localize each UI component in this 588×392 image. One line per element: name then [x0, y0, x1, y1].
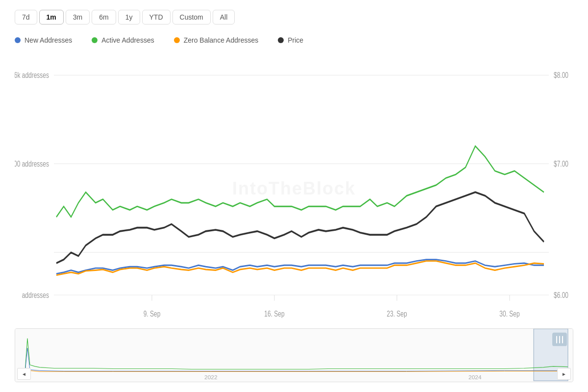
btn-3m[interactable]: 3m	[66, 10, 90, 24]
legend-active-addresses[interactable]: Active Addresses	[92, 36, 154, 44]
y-left-top: 1.6k addresses	[15, 70, 49, 80]
x-label-sep23: 23. Sep	[387, 308, 407, 318]
scroll-nav: ◄ ►	[17, 368, 571, 380]
btn-1y[interactable]: 1y	[118, 10, 140, 24]
legend-price[interactable]: Price	[278, 36, 303, 44]
zero-balance-line	[56, 261, 544, 275]
legend-dot-new	[15, 37, 21, 43]
chart-svg: 1.6k addresses 800 addresses addresses $…	[15, 54, 573, 323]
chart-legend: New Addresses Active Addresses Zero Bala…	[15, 36, 573, 44]
x-label-sep16: 16. Sep	[264, 308, 284, 318]
btn-ytd[interactable]: YTD	[142, 10, 171, 24]
btn-custom[interactable]: Custom	[172, 10, 211, 24]
btn-7d[interactable]: 7d	[15, 10, 37, 24]
legend-new-addresses[interactable]: New Addresses	[15, 36, 72, 44]
new-addresses-line	[56, 260, 544, 274]
legend-label-zero: Zero Balance Addresses	[184, 36, 259, 44]
x-label-sep9: 9. Sep	[144, 308, 161, 318]
chart-wrapper: IntoTheBlock 1.6k addresses 800 addresse…	[15, 54, 573, 382]
legend-label-price: Price	[288, 36, 303, 44]
legend-zero-balance[interactable]: Zero Balance Addresses	[174, 36, 259, 44]
active-addresses-line	[56, 146, 544, 217]
time-range-bar: 7d 1m 3m 6m 1y YTD Custom All	[15, 10, 573, 24]
btn-1m[interactable]: 1m	[39, 10, 64, 24]
btn-6m[interactable]: 6m	[92, 10, 116, 24]
legend-label-new: New Addresses	[24, 36, 72, 44]
y-right-mid: $7.00	[554, 159, 568, 169]
legend-dot-active	[92, 37, 98, 43]
legend-label-active: Active Addresses	[101, 36, 154, 44]
legend-dot-price	[278, 37, 284, 43]
y-right-bottom: $6.00	[554, 290, 568, 300]
legend-dot-zero	[174, 37, 180, 43]
btn-all[interactable]: All	[213, 10, 235, 24]
mini-chart-container: 2022 2024 ◄ ►	[15, 328, 573, 382]
x-label-sep30: 30. Sep	[499, 308, 519, 318]
main-chart: IntoTheBlock 1.6k addresses 800 addresse…	[15, 54, 573, 323]
y-left-bottom: addresses	[22, 290, 49, 300]
scroll-left-arrow[interactable]: ◄	[17, 368, 31, 380]
y-right-top: $8.00	[554, 70, 568, 80]
y-left-mid: 800 addresses	[15, 159, 49, 169]
main-container: 7d 1m 3m 6m 1y YTD Custom All New Addres…	[0, 0, 588, 392]
scroll-right-arrow[interactable]: ►	[557, 368, 571, 380]
